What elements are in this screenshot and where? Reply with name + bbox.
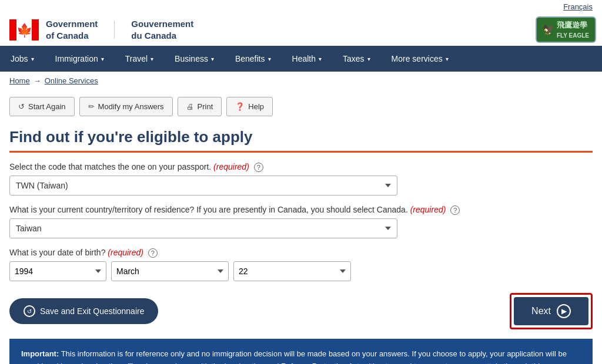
- svg-rect-0: [9, 19, 16, 41]
- nav-taxes[interactable]: Taxes ▾: [332, 46, 381, 72]
- breadcrumb: Home → Online Services: [0, 72, 602, 90]
- passport-required: (required): [213, 162, 249, 171]
- nav-business[interactable]: Business ▾: [164, 46, 225, 72]
- save-circle-icon: ↺: [24, 305, 35, 317]
- chevron-down-icon: ▾: [150, 56, 153, 62]
- gov-fr-line1: Gouvernement: [131, 19, 193, 29]
- passport-label: Select the code that matches the one on …: [9, 162, 593, 172]
- next-arrow-icon: ▶: [557, 304, 571, 318]
- dob-field-group: What is your date of birth? (required) ?…: [9, 248, 593, 281]
- main-content: Find out if you're eligible to apply Sel…: [0, 123, 602, 364]
- chevron-down-icon: ▾: [211, 56, 214, 62]
- passport-help-icon[interactable]: ?: [254, 163, 263, 172]
- government-name: Government of Canada Gouvernement du Can…: [46, 18, 193, 41]
- chevron-down-icon: ▾: [31, 56, 34, 62]
- gov-en-line1: Government: [46, 19, 98, 29]
- breadcrumb-arrow: →: [34, 76, 41, 85]
- eagle-icon: 🦅: [543, 24, 554, 35]
- start-again-button[interactable]: ↺ Start Again: [9, 97, 75, 116]
- canada-flag: 🍁: [9, 19, 39, 41]
- nav-benefits[interactable]: Benefits ▾: [225, 46, 282, 72]
- residence-required: (required): [410, 205, 446, 214]
- dob-required: (required): [108, 248, 143, 257]
- next-button-wrapper: Next ▶: [510, 293, 593, 329]
- chevron-down-icon: ▾: [319, 56, 322, 62]
- dob-label: What is your date of birth? (required) ?: [9, 248, 593, 258]
- chevron-down-icon: ▾: [101, 56, 104, 62]
- page-title: Find out if you're eligible to apply: [9, 128, 593, 153]
- top-bar: Français: [0, 0, 602, 14]
- breadcrumb-home[interactable]: Home: [9, 76, 30, 85]
- save-exit-button[interactable]: ↺ Save and Exit Questionnaire: [9, 298, 158, 324]
- nav-jobs[interactable]: Jobs ▾: [0, 46, 45, 72]
- action-row: ↺ Save and Exit Questionnaire Next ▶: [9, 293, 593, 329]
- svg-text:🍁: 🍁: [16, 22, 33, 38]
- help-icon: ❓: [235, 102, 245, 111]
- help-button[interactable]: ❓ Help: [226, 97, 273, 116]
- notice-box: Important: This information is for refer…: [9, 339, 593, 364]
- toolbar: ↺ Start Again ✏ Modify my Answers 🖨 Prin…: [0, 90, 602, 123]
- dob-day-select[interactable]: 22: [233, 261, 351, 281]
- next-button[interactable]: Next ▶: [514, 297, 588, 325]
- nav-travel[interactable]: Travel ▾: [115, 46, 164, 72]
- print-button[interactable]: 🖨 Print: [178, 97, 222, 116]
- passport-select[interactable]: TWN (Taiwan): [9, 176, 397, 196]
- svg-rect-1: [32, 19, 39, 41]
- notice-text: Important: This information is for refer…: [21, 348, 581, 364]
- pencil-icon: ✏: [88, 102, 95, 111]
- language-toggle[interactable]: Français: [563, 2, 593, 11]
- residence-field-group: What is your current country/territory o…: [9, 205, 593, 238]
- dob-year-select[interactable]: 1994: [9, 261, 106, 281]
- header: 🍁 Government of Canada Gouvernement du C…: [0, 14, 602, 46]
- fly-eagle-badge: 🦅 飛鷹遊學 FLY EAGLE: [536, 16, 596, 43]
- logo-area: 🍁 Government of Canada Gouvernement du C…: [9, 18, 193, 41]
- gov-en-line2: of Canada: [46, 31, 89, 41]
- nav-health[interactable]: Health ▾: [282, 46, 332, 72]
- nav-immigration[interactable]: Immigration ▾: [45, 46, 115, 72]
- dob-month-select[interactable]: March: [111, 261, 229, 281]
- printer-icon: 🖨: [186, 102, 194, 111]
- nav-more-services[interactable]: More services ▾: [381, 46, 459, 72]
- dob-help-icon[interactable]: ?: [148, 248, 158, 258]
- refresh-icon: ↺: [18, 102, 25, 111]
- breadcrumb-current[interactable]: Online Services: [45, 76, 98, 85]
- gov-fr-line2: du Canada: [131, 31, 176, 41]
- residence-select[interactable]: Taiwan: [9, 218, 397, 238]
- residence-help-icon[interactable]: ?: [450, 205, 460, 215]
- chevron-down-icon: ▾: [446, 56, 449, 62]
- main-nav: Jobs ▾ Immigration ▾ Travel ▾ Business ▾…: [0, 46, 602, 72]
- modify-answers-button[interactable]: ✏ Modify my Answers: [79, 97, 173, 116]
- chevron-down-icon: ▾: [367, 56, 370, 62]
- chevron-down-icon: ▾: [268, 56, 271, 62]
- residence-label: What is your current country/territory o…: [9, 205, 593, 215]
- badge-text: 飛鷹遊學 FLY EAGLE: [557, 20, 589, 39]
- dob-row: 1994 March 22: [9, 261, 593, 281]
- passport-field-group: Select the code that matches the one on …: [9, 162, 593, 196]
